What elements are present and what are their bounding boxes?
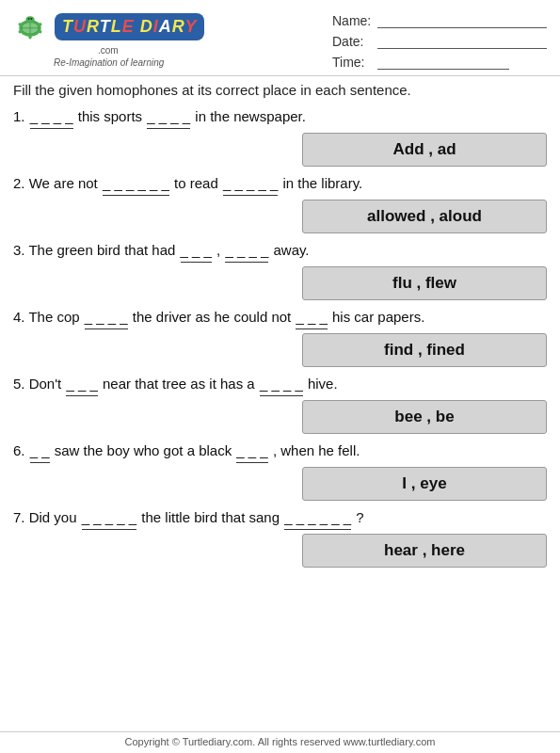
time-line xyxy=(377,55,509,70)
instructions: Fill the given homophones at its correct… xyxy=(0,75,560,102)
name-fields: Name: Date: Time: xyxy=(332,9,547,70)
q2-answer-box: allowed , aloud xyxy=(302,200,547,233)
q7-number: 7. xyxy=(13,509,29,525)
name-row: Name: xyxy=(332,13,547,28)
question-6: 6. _ _ saw the boy who got a black _ _ _… xyxy=(13,440,547,501)
svg-point-5 xyxy=(26,16,35,23)
q3-number: 3. xyxy=(13,242,28,258)
logo-tagline: Re-Imagination of learning xyxy=(54,57,164,68)
question-7-text: 7. Did you _ _ _ _ _ the little bird tha… xyxy=(13,506,547,530)
question-6-text: 6. _ _ saw the boy who got a black _ _ _… xyxy=(13,440,547,463)
date-row: Date: xyxy=(332,34,547,49)
svg-point-6 xyxy=(28,18,30,20)
question-3-text: 3. The green bird that had _ _ _ , _ _ _… xyxy=(13,239,547,263)
date-line xyxy=(377,34,547,49)
q4-answer-box: find , fined xyxy=(302,333,547,367)
q5-answer-box: bee , be xyxy=(302,400,547,434)
q1-answer-box: Add , ad xyxy=(302,133,547,167)
turtle-icon xyxy=(13,9,47,43)
questions: 1. _ _ _ _ this sports _ _ _ _ in the ne… xyxy=(0,102,560,577)
q6-number: 6. xyxy=(13,442,29,458)
question-2: 2. We are not _ _ _ _ _ _ to read _ _ _ … xyxy=(13,172,547,233)
question-1: 1. _ _ _ _ this sports _ _ _ _ in the ne… xyxy=(13,105,547,167)
footer: Copyright © Turtlediary.com. All rights … xyxy=(0,731,560,747)
q7-answer-box: hear , here xyxy=(302,534,547,568)
q3-answer-box: flu , flew xyxy=(302,266,547,300)
logo-box: TURTLE DIARY xyxy=(55,13,204,40)
name-label: Name: xyxy=(332,13,372,28)
time-row: Time: xyxy=(332,55,547,70)
question-4: 4. The cop _ _ _ _ the driver as he coul… xyxy=(13,306,547,367)
date-label: Date: xyxy=(332,34,372,49)
header: TURTLE DIARY .com Re-Imagination of lear… xyxy=(0,0,560,75)
question-4-text: 4. The cop _ _ _ _ the driver as he coul… xyxy=(13,306,547,329)
q2-number: 2. xyxy=(13,175,29,191)
logo-area: TURTLE DIARY .com Re-Imagination of lear… xyxy=(13,9,204,68)
q5-number: 5. xyxy=(13,376,29,392)
time-label: Time: xyxy=(332,55,372,70)
name-line xyxy=(377,13,547,28)
svg-point-12 xyxy=(28,34,32,39)
question-5: 5. Don't _ _ _ near that tree as it has … xyxy=(13,373,547,434)
question-3: 3. The green bird that had _ _ _ , _ _ _… xyxy=(13,239,547,300)
question-1-text: 1. _ _ _ _ this sports _ _ _ _ in the ne… xyxy=(13,105,547,129)
q1-number: 1. xyxy=(13,108,29,124)
q4-number: 4. xyxy=(13,309,28,325)
logo-com: .com xyxy=(98,45,120,56)
question-7: 7. Did you _ _ _ _ _ the little bird tha… xyxy=(13,506,547,568)
svg-point-7 xyxy=(30,18,32,20)
q6-answer-box: I , eye xyxy=(302,467,547,501)
question-2-text: 2. We are not _ _ _ _ _ _ to read _ _ _ … xyxy=(13,172,547,196)
question-5-text: 5. Don't _ _ _ near that tree as it has … xyxy=(13,373,547,396)
